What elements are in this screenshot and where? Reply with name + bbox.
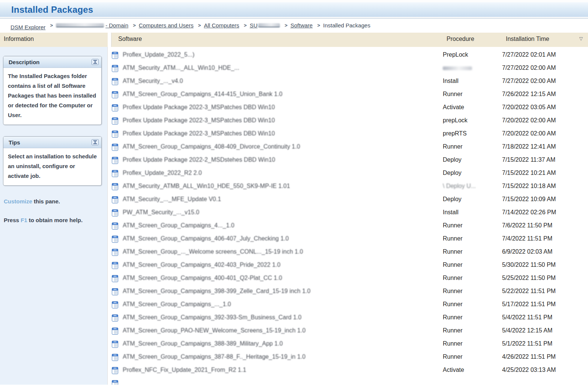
procedure-value: Runner: [443, 275, 462, 281]
panel-header[interactable]: Tips: [3, 137, 101, 148]
table-row[interactable]: ATM_Screen_Group_Campaigns_387-88_F.._He…: [108, 351, 588, 364]
column-header-row: Information Software Procedure Installat…: [0, 33, 588, 47]
software-name: Proflex Update Package 2022-2_MSDstehes …: [123, 156, 275, 163]
software-name: ATM_Screen_Group_Campaigns_402-403_Pride…: [123, 262, 280, 268]
procedure-cell: Runner: [443, 314, 462, 321]
help-note: Press F1 to obtain more help.: [4, 216, 98, 225]
procedure-cell: Runner: [443, 327, 462, 334]
software-name: ATM_Security_..._v4.0: [123, 78, 183, 84]
breadcrumb-item[interactable]: DSM Explorer: [5, 24, 45, 30]
software-package-icon: [112, 90, 118, 100]
sidebar-header-information: Information: [0, 33, 108, 47]
software-package-icon: [112, 222, 118, 231]
table-row[interactable]: ATM_Screen_Group_Campaigns_402-403_Pride…: [108, 259, 588, 272]
software-name: ATM_Security_ATM..._ALL_Win10_HDE_...: [123, 65, 239, 71]
procedure-value: Runner: [443, 143, 462, 150]
breadcrumb-item[interactable]: > Software: [281, 22, 313, 29]
table-row[interactable]: ATM_Screen_Group_Campaigns_398-399_Zelle…: [108, 285, 588, 298]
table-row[interactable]: Proflex Update Package 2022-3_MSPatches …: [108, 101, 588, 114]
table-row[interactable]: PW_ATM_Security_..._v15.0 Install 7/14/2…: [108, 206, 588, 220]
collapse-panel-icon[interactable]: [92, 59, 99, 65]
software-name: ATM_Security_ATMB_ALL_Win10_HDE_550_SK9-…: [123, 183, 290, 189]
column-header-installation-time[interactable]: Installation Time: [506, 36, 549, 42]
panel-header[interactable]: Description: [3, 56, 101, 68]
procedure-value: Activate: [443, 104, 464, 110]
help-note-pre: Press: [4, 217, 21, 223]
table-row[interactable]: Proflex_Update_2022_R2 2.0 Deploy 7/15/2…: [108, 167, 588, 180]
procedure-cell: Runner: [443, 340, 462, 347]
software-package-icon: [112, 261, 118, 271]
software-name: ATM_Screen_Group_Campaigns_387-88_F.._He…: [123, 353, 305, 360]
installed-packages-table: Proflex_Update_2022_5...) PrepLock 7/27/…: [108, 47, 588, 385]
table-row[interactable]: ATM_Security_..._MFE_Update V0.1 Deploy …: [108, 193, 588, 206]
software-package-icon: [112, 182, 118, 192]
table-row[interactable]: Proflex_NFC_Fix_Update_2021_From_R2 1.1 …: [108, 364, 588, 377]
software-name: ATM_Screen_Group_Campaigns_408-409_Divor…: [123, 143, 300, 150]
panel-body: Select an installation to schedule an un…: [3, 148, 101, 185]
procedure-value: Deploy: [443, 196, 462, 202]
software-name: ATM_Screen_Group_Campaigns_414-415_Union…: [123, 91, 283, 98]
procedure-cell: Runner: [443, 235, 462, 242]
procedure-cell: PrepLock: [443, 51, 468, 58]
customize-link[interactable]: Customize: [4, 198, 32, 205]
installation-time-cell: 6/9/2022 02:03 AM: [502, 248, 552, 255]
table-row[interactable]: ATM_Screen_Group_Campaigns_392-393-Sm_Bu…: [108, 311, 588, 325]
panel-body: The Installed Packages folder contains a…: [3, 68, 101, 125]
breadcrumb-separator: >: [284, 23, 287, 28]
procedure-value: \ Deploy U...: [443, 183, 476, 189]
breadcrumb-item[interactable]: > All Computers: [195, 22, 239, 29]
installation-time-cell: 7/4/2022 11:51 PM: [502, 235, 552, 242]
information-pane: Description The: [0, 47, 108, 385]
installation-time-cell: 7/6/2022 11:50 PM: [502, 222, 552, 229]
table-row[interactable]: ATM_Security_ATMB_ALL_Win10_HDE_550_SK9-…: [108, 180, 588, 193]
table-row[interactable]: ATM_Screen_Group_Campaigns_406-407_July_…: [108, 233, 588, 246]
software-name: PW_ATM_Security_..._v15.0: [123, 209, 199, 216]
table-row[interactable]: Proflex_Update_2022_5...) PrepLock 7/27/…: [108, 49, 588, 62]
software-name: Proflex_Update_2022_R2 2.0: [123, 170, 202, 176]
software-name: Proflex_NFC_Fix_Update_2021_From_R2 1.1: [123, 367, 246, 373]
procedure-value: Runner: [443, 288, 462, 294]
software-name: ATM_Screen_Group_Campaigns_4..._1.0: [123, 222, 235, 229]
customize-note: Customize this pane.: [4, 197, 98, 206]
column-header-procedure[interactable]: Procedure: [447, 36, 474, 42]
table-row[interactable]: Proflex Update Package 2022-2_MSDstehes …: [108, 154, 588, 167]
table-row[interactable]: ATM_Screen_Group_Campaigns_408-409_Divor…: [108, 141, 588, 154]
table-row[interactable]: ATM_Screen_Group_Campaigns_400-401_Q2-Pl…: [108, 272, 588, 285]
sort-descending-icon[interactable]: ▽: [579, 36, 583, 41]
procedure-cell: Runner: [443, 301, 462, 308]
procedure-value: Deploy: [443, 156, 462, 163]
procedure-cell: prepLock: [443, 117, 468, 124]
breadcrumb-item[interactable]: > - Domain: [47, 22, 128, 29]
installation-time-cell: 5/22/2022 11:51 PM: [502, 288, 556, 295]
collapse-panel-icon[interactable]: [92, 139, 99, 145]
procedure-value: Deploy: [443, 170, 462, 176]
table-row[interactable]: ATM_Screen_Group_Campaigns_..._1.0 Runne…: [108, 298, 588, 311]
breadcrumb-separator: >: [133, 23, 136, 28]
f1-help-link[interactable]: F1: [21, 217, 27, 223]
table-row[interactable]: ATM_Screen_Group_..._Welcome screens_CON…: [108, 246, 588, 259]
breadcrumb-separator: >: [198, 23, 201, 28]
breadcrumb-item[interactable]: > SU: [241, 22, 280, 29]
software-name: ATM_Screen_Group_Campaigns_388-389_Milit…: [123, 340, 283, 347]
table-row[interactable]: ATM_Screen_Group_Campaigns_4..._1.0 Runn…: [108, 220, 588, 233]
table-row[interactable]: Proflex Update Package 2022-3_MSPatches …: [108, 114, 588, 128]
software-package-icon: [112, 51, 118, 60]
table-row[interactable]: ATM_Screen_Group_PAO-NEW_Welcome_Screens…: [108, 325, 588, 338]
software-name: Proflex Update Package 2022-3_MSPatches …: [123, 117, 275, 124]
column-header-software[interactable]: Software: [118, 36, 142, 42]
software-package-icon: [112, 340, 118, 349]
table-row[interactable]: Proflex Update Package 2022-3_MSPatches …: [108, 128, 588, 141]
software-name: ATM_Screen_Group_Campaigns_..._1.0: [123, 301, 231, 308]
table-row[interactable]: ATM_Screen_Group_Campaigns_388-389_Milit…: [108, 338, 588, 351]
breadcrumb-item[interactable]: > Installed Packages: [314, 22, 370, 29]
table-row[interactable]: ATM_Security_ATM..._ALL_Win10_HDE_... 7/…: [108, 62, 588, 75]
table-row[interactable]: [108, 377, 588, 385]
breadcrumb-item[interactable]: > Computers and Users: [130, 22, 194, 29]
table-row[interactable]: ATM_Security_..._v4.0 Install 7/27/2022 …: [108, 75, 588, 88]
software-package-icon: [112, 366, 118, 376]
software-package-icon: [112, 64, 118, 74]
installation-time-cell: 7/26/2022 12:15 AM: [502, 91, 556, 98]
breadcrumb-label: Computers and Users: [139, 22, 194, 29]
software-name: ATM_Screen_Group_PAO-NEW_Welcome_Screens…: [123, 327, 305, 334]
table-row[interactable]: ATM_Screen_Group_Campaigns_414-415_Union…: [108, 88, 588, 101]
